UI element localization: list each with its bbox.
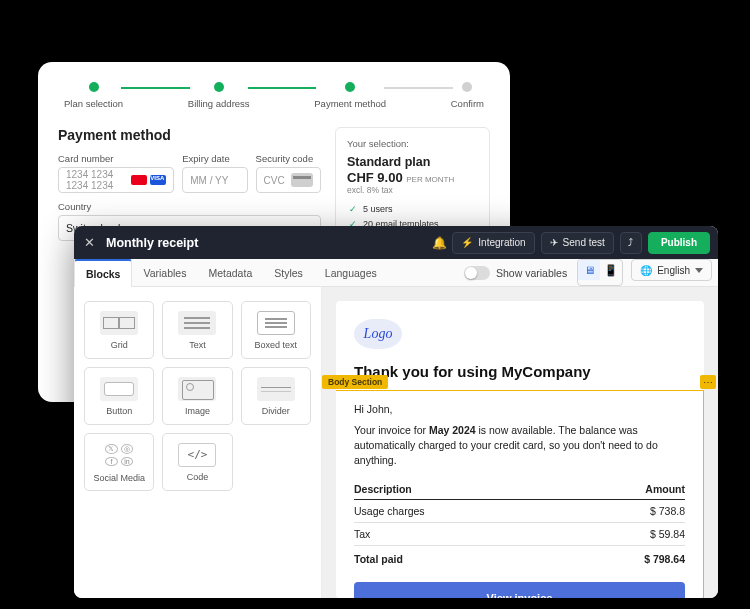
- tab-blocks[interactable]: Blocks: [74, 259, 132, 287]
- show-variables-toggle[interactable]: [464, 266, 490, 280]
- block-text[interactable]: Text: [162, 301, 232, 359]
- globe-icon: 🌐: [640, 265, 652, 276]
- editor-window: ✕ Monthly receipt 🔔 ⚡Integration ✈Send t…: [74, 226, 718, 598]
- view-invoice-button[interactable]: View invoice: [354, 582, 685, 598]
- share-button[interactable]: ⤴: [620, 232, 642, 254]
- show-variables-label: Show variables: [496, 267, 567, 279]
- bell-icon[interactable]: 🔔: [432, 236, 446, 250]
- chevron-down-icon: [695, 268, 703, 273]
- card-number-input[interactable]: 1234 1234 1234 1234 VISA: [58, 167, 174, 193]
- step-plan[interactable]: Plan selection: [64, 82, 123, 109]
- email-preview: Logo Thank you for using MyCompany + Hi …: [336, 301, 704, 598]
- device-switcher: 🖥 📱: [577, 259, 623, 286]
- publish-button[interactable]: Publish: [648, 232, 710, 254]
- card-back-icon: [291, 173, 313, 187]
- block-social[interactable]: 𝕏◎finSocial Media: [84, 433, 154, 491]
- invoice-table[interactable]: DescriptionAmount Usage charges$ 738.8 T…: [354, 479, 685, 570]
- check-icon: ✓: [347, 203, 358, 214]
- tab-languages[interactable]: Languages: [314, 259, 388, 286]
- block-grid[interactable]: Grid: [84, 301, 154, 359]
- cvc-input[interactable]: CVC: [256, 167, 321, 193]
- section-label[interactable]: Body Section: [322, 375, 388, 389]
- share-icon: ⤴: [628, 237, 633, 248]
- tab-styles[interactable]: Styles: [263, 259, 314, 286]
- step-billing[interactable]: Billing address: [188, 82, 250, 109]
- close-icon[interactable]: ✕: [82, 236, 96, 250]
- block-palette: Grid Text Boxed text Button Image Divide…: [74, 287, 322, 598]
- desktop-icon[interactable]: 🖥: [578, 260, 600, 280]
- cvc-label: Security code: [256, 153, 321, 164]
- tab-variables[interactable]: Variables: [132, 259, 197, 286]
- expiry-input[interactable]: MM / YY: [182, 167, 247, 193]
- table-row: Tax$ 59.84: [354, 522, 685, 545]
- logo-placeholder[interactable]: Logo: [354, 319, 402, 349]
- card-number-label: Card number: [58, 153, 174, 164]
- table-total-row: Total paid$ 798.64: [354, 545, 685, 570]
- email-heading[interactable]: Thank you for using MyCompany: [354, 363, 686, 380]
- table-row: Usage charges$ 738.8: [354, 499, 685, 522]
- send-test-button[interactable]: ✈Send test: [541, 232, 614, 254]
- language-select[interactable]: 🌐English: [631, 259, 712, 281]
- titlebar: ✕ Monthly receipt 🔔 ⚡Integration ✈Send t…: [74, 226, 718, 259]
- bolt-icon: ⚡: [461, 237, 473, 248]
- step-confirm[interactable]: Confirm: [451, 82, 484, 109]
- send-icon: ✈: [550, 237, 558, 248]
- expiry-label: Expiry date: [182, 153, 247, 164]
- block-button[interactable]: Button: [84, 367, 154, 425]
- order-summary: Your selection: Standard plan CHF 9.00 P…: [335, 127, 490, 241]
- body-section[interactable]: + Hi John, Your invoice for May 2024 is …: [336, 390, 704, 598]
- greeting[interactable]: Hi John,: [354, 403, 685, 415]
- payment-title: Payment method: [58, 127, 321, 143]
- tab-metadata[interactable]: Metadata: [197, 259, 263, 286]
- mastercard-icon: [131, 175, 147, 185]
- stepper: Plan selection Billing address Payment m…: [58, 82, 490, 127]
- window-title: Monthly receipt: [106, 236, 198, 250]
- section-menu-icon[interactable]: ⋯: [700, 375, 716, 389]
- integration-button[interactable]: ⚡Integration: [452, 232, 534, 254]
- email-canvas: Body Section ⋯ Logo Thank you for using …: [322, 287, 718, 598]
- block-code[interactable]: </>Code: [162, 433, 232, 491]
- block-image[interactable]: Image: [162, 367, 232, 425]
- invoice-paragraph[interactable]: Your invoice for May 2024 is now availab…: [354, 423, 685, 469]
- block-divider[interactable]: Divider: [241, 367, 311, 425]
- country-label: Country: [58, 201, 321, 212]
- tab-bar: Blocks Variables Metadata Styles Languag…: [74, 259, 718, 287]
- visa-icon: VISA: [150, 175, 166, 185]
- block-boxed-text[interactable]: Boxed text: [241, 301, 311, 359]
- step-payment[interactable]: Payment method: [314, 82, 386, 109]
- mobile-icon[interactable]: 📱: [600, 260, 622, 280]
